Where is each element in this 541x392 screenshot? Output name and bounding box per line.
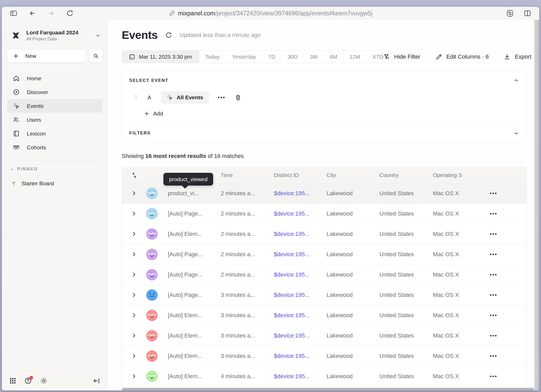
row-expand-chevron-icon[interactable] (132, 354, 136, 358)
range-12m[interactable]: 12M (343, 51, 366, 63)
table-row[interactable]: [Auto] Page... 2 minutes a... $device:19… (122, 244, 526, 265)
row-menu-button[interactable]: ••• (485, 312, 526, 319)
browser-back-icon[interactable] (28, 9, 36, 17)
distinct-id-link[interactable]: $device:195... (274, 251, 310, 258)
distinct-id-link[interactable]: $device:195... (274, 210, 310, 217)
column-header-time[interactable]: Time (221, 172, 274, 178)
range-yesterday[interactable]: Yesterday (226, 51, 262, 63)
sidebar-item-events[interactable]: Events (7, 99, 102, 113)
sidebar-item-home[interactable]: Home (7, 71, 102, 85)
column-header-city[interactable]: City (327, 172, 379, 178)
row-expand-chevron-icon[interactable] (132, 272, 136, 277)
row-menu-button[interactable]: ••• (485, 332, 526, 339)
distinct-id-link[interactable]: $device:195... (274, 231, 310, 237)
table-row[interactable]: [Auto] Page... 2 minutes a... $device:19… (122, 204, 526, 224)
column-header-country[interactable]: Country (379, 172, 433, 178)
distinct-id-link[interactable]: $device:195... (274, 373, 310, 379)
range-xtd[interactable]: XTD (366, 51, 383, 63)
edit-columns-button[interactable]: Edit Columns · 6 (435, 53, 489, 60)
export-button[interactable]: Export (504, 53, 531, 60)
table-row[interactable]: [Auto] Page... 3 minutes a... $device:19… (122, 285, 526, 305)
collapse-sidebar-icon[interactable] (93, 377, 100, 385)
row-menu-button[interactable]: ••• (485, 271, 526, 278)
row-menu-button[interactable]: ••• (485, 190, 526, 197)
event-tooltip: product_viewed (163, 173, 213, 186)
table-row[interactable]: [Auto] Elem... 3 minutes a... $device:19… (122, 305, 526, 326)
sidebar-item-label: Users (27, 117, 41, 123)
row-expand-chevron-icon[interactable] (132, 374, 136, 378)
address-bar[interactable]: mixpanel.com/project/3472420/view/397469… (2, 7, 539, 20)
apps-grid-icon[interactable] (9, 377, 16, 384)
help-icon[interactable] (24, 377, 32, 385)
settings-gear-icon[interactable] (40, 377, 48, 385)
row-expand-chevron-icon[interactable] (132, 191, 136, 195)
new-button[interactable]: New (7, 50, 85, 63)
event-avatar (146, 310, 158, 321)
row-expand-chevron-icon[interactable] (132, 313, 136, 317)
distinct-id-link[interactable]: $device:195... (274, 190, 310, 197)
row-menu-button[interactable]: ••• (485, 251, 526, 258)
table-row[interactable]: [Auto] Elem... 3 minutes a... $device:19… (122, 346, 526, 366)
distinct-id-link[interactable]: $device:195... (274, 353, 310, 359)
table-row[interactable]: [Auto] Elem... 4 minutes a... $device:19… (122, 366, 526, 387)
row-expand-chevron-icon[interactable] (132, 252, 136, 256)
event-name-cell: [Auto] Elem... (158, 373, 221, 380)
horizontal-scrollbar[interactable] (122, 388, 534, 390)
trash-icon[interactable] (235, 94, 241, 101)
event-selector-chip[interactable]: All Events (161, 91, 209, 104)
search-button[interactable] (89, 50, 102, 63)
browser-sidebar-toggle-icon[interactable] (10, 9, 17, 17)
row-expand-chevron-icon[interactable] (132, 211, 136, 216)
sidebar-item-starter-board[interactable]: Starter Board (7, 180, 102, 187)
row-menu-button[interactable]: ••• (485, 210, 526, 217)
seedling-icon (11, 180, 17, 187)
range-7d[interactable]: 7D (262, 51, 281, 63)
sidebar-item-lexicon[interactable]: Lexicon (7, 127, 102, 140)
table-row[interactable]: [Auto] Page... 2 minutes a... $device:19… (122, 265, 526, 285)
table-row[interactable]: [Auto] Elem... 3 minutes a... $device:19… (122, 326, 526, 346)
pinned-section-header[interactable]: PINNED (7, 167, 102, 172)
add-event-button[interactable]: Add (144, 111, 163, 117)
refresh-icon[interactable] (165, 32, 172, 39)
select-event-label: SELECT EVENT (129, 78, 168, 83)
range-3m[interactable]: 3M (304, 51, 323, 63)
column-header-operating-system[interactable]: Operating S (433, 172, 485, 178)
sidebar-item-users[interactable]: Users (7, 113, 102, 127)
vertical-scrollbar[interactable] (534, 20, 539, 390)
event-row-more-button[interactable]: ••• (218, 94, 225, 101)
range-30d[interactable]: 30D (281, 51, 304, 63)
row-expand-chevron-icon[interactable] (132, 333, 136, 338)
sort-order-icon[interactable] (132, 171, 137, 179)
sidebar-item-discover[interactable]: Discover (7, 85, 102, 99)
table-row[interactable]: [Auto] Elem... 2 minutes a... $device:19… (122, 224, 526, 244)
city-cell: Lakewood (327, 332, 379, 339)
row-menu-button[interactable]: ••• (485, 353, 526, 359)
browser-extensions-icon[interactable] (506, 9, 514, 17)
project-switcher[interactable]: Lord Farquaad 2024 All Project Data (7, 29, 102, 42)
browser-split-view-icon[interactable] (524, 9, 531, 17)
range-6m[interactable]: 6M (323, 51, 343, 63)
row-menu-button[interactable]: ••• (485, 292, 526, 298)
filters-section-header[interactable]: FILTERS (122, 124, 526, 143)
query-builder-card: SELECT EVENT A All Events (122, 71, 527, 143)
os-cell: Mac OS X (433, 373, 485, 380)
collapse-section-chevron-up-icon[interactable] (513, 78, 519, 83)
distinct-id-link[interactable]: $device:195... (274, 292, 310, 298)
row-menu-button[interactable]: ••• (485, 373, 526, 380)
horizontal-scrollbar-thumb[interactable] (122, 388, 534, 390)
row-menu-button[interactable]: ••• (485, 231, 526, 237)
date-picker-button[interactable]: Mar 11, 2025 3:30 pm (122, 51, 199, 63)
sidebar-item-cohorts[interactable]: Cohorts (7, 140, 102, 154)
browser-reload-icon[interactable] (66, 9, 74, 17)
event-name-cell: [Auto] Page... (158, 210, 221, 217)
distinct-id-link[interactable]: $device:195... (274, 332, 310, 339)
distinct-id-link[interactable]: $device:195... (274, 271, 310, 278)
download-icon (504, 53, 511, 60)
row-expand-chevron-icon[interactable] (132, 293, 136, 297)
column-header-distinct-id[interactable]: Distinct ID (274, 172, 327, 178)
drag-handle-icon[interactable] (134, 94, 138, 101)
distinct-id-link[interactable]: $device:195... (274, 312, 310, 318)
row-expand-chevron-icon[interactable] (132, 232, 136, 236)
hide-filter-button[interactable]: Hide Filter (383, 53, 420, 60)
range-today[interactable]: Today (199, 51, 226, 63)
